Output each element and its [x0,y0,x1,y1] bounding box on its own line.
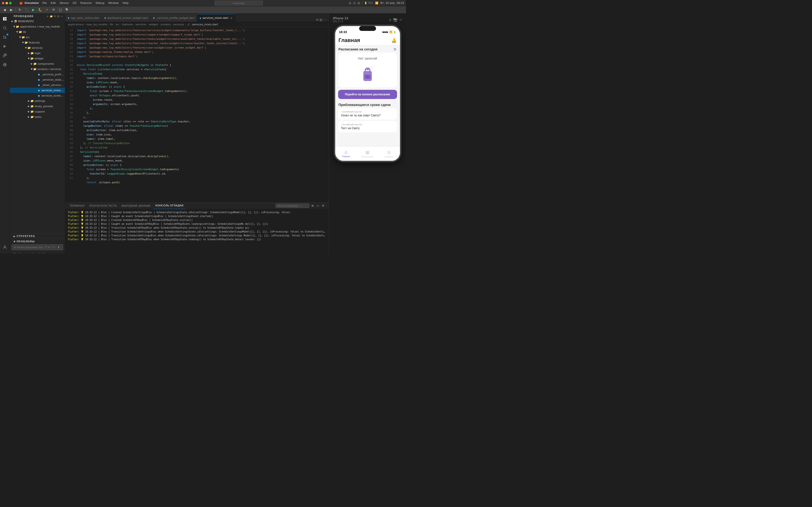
filter-options-icon[interactable]: ⬇ [56,245,61,249]
phone-home-icon[interactable]: ⌂ [389,18,391,21]
pbn-home[interactable]: ⌂ Главная [335,150,357,158]
phone-bell-icon[interactable]: 🔔 [391,38,397,43]
close-button[interactable] [2,2,4,4]
square-button[interactable]: □ [58,7,63,12]
problems-filter-box[interactable]: ⊘ ⬇ [12,244,63,250]
tab-more-icon[interactable]: ⋯ [323,18,327,22]
tab-dashboard[interactable]: ◆ dashboard_screen_widget.dart [102,14,151,22]
tree-services-mixin[interactable]: ◆ services_mixin.dart [10,88,65,93]
terminal-filter-input[interactable] [275,204,309,208]
menu-device[interactable]: Device [60,1,69,5]
bc-services2[interactable]: services [173,23,184,26]
refresh-button[interactable]: ↻ [17,7,22,12]
problems-filter-input[interactable] [17,246,55,249]
tab-output[interactable]: ВЫХОДНЫЕ ДАННЫЕ [119,203,153,209]
new-folder-icon[interactable]: 📁 [50,15,53,18]
activity-settings[interactable] [0,252,9,253]
activity-search[interactable] [0,24,9,32]
tree-logic[interactable]: ▶ 📁 logic [10,50,65,56]
term-list-icon[interactable]: ≡ [310,204,315,208]
tab-history-icon[interactable]: ⟲ [316,18,319,22]
menu-help[interactable]: Help [122,1,129,5]
menu-window[interactable]: Window [108,1,119,5]
tab-debug-console[interactable]: КОНСОЛЬ ОТЛАДКИ [153,203,186,209]
activity-source-control[interactable]: 1 [0,33,9,42]
forward-button[interactable]: ▶ [9,7,14,12]
tree-widget[interactable]: ▼ 📂 widget [10,56,65,61]
phone-rotate-icon[interactable]: ⤾ [399,18,402,21]
tab-nge-topic[interactable]: ◆ nge_topic_status.dart [65,14,102,22]
pbn-schedule[interactable]: ▦ Расписание [357,150,378,158]
activity-accounts[interactable] [0,243,9,251]
bc-widget[interactable]: widget [149,23,158,26]
pbn-services[interactable]: ⊞ Сервисы [378,150,400,158]
tree-src[interactable]: ▼ 📂 src [10,35,65,40]
bc-new-lxp[interactable]: new_lxp_mobile [86,23,108,26]
search2-icon[interactable]: 🔍 [64,7,70,12]
problems-section-header[interactable]: ▼ ПРОБЛЕМЫ [10,239,65,243]
term-close-icon[interactable]: ✕ [321,204,325,208]
code-editor[interactable]: 1718192021 2223242526 2728293031 3233343… [65,27,329,202]
stop-button[interactable]: ⬛ [24,7,29,12]
collapse-icon[interactable]: ⊟ [57,15,59,18]
bc-applications[interactable]: applications [68,23,84,26]
tab-services-profile[interactable]: ◆ _services_profile_widget.dart [151,14,197,22]
activity-explorer[interactable] [0,14,9,23]
tree-applications[interactable]: ▼ 📂 applications / new_lxp_mobile [10,24,65,29]
tab-split-icon[interactable]: ⊞ [319,18,322,22]
tree-services-profile[interactable]: ◆ _services_profile_widget.dart [10,72,65,77]
back-button[interactable]: ◀ [2,7,7,12]
tab-terminal[interactable]: ТЕРМИНАЛ [67,203,87,209]
debug-button[interactable]: 🐛 [38,7,43,12]
lightning-button[interactable]: ⚡ [44,7,50,12]
tree-study-peroids[interactable]: ▶ 📁 study_peroids [10,104,65,109]
tree-services-stats[interactable]: ◆ _services_stats_widget.dart [10,77,65,82]
menu-file[interactable]: File [42,1,47,5]
tree-settings[interactable]: ▶ 📁 settings [10,98,65,104]
menu-features[interactable]: Features [80,1,92,5]
tab-services-mixin[interactable]: ◆ services_mixin.dart × [197,14,236,22]
global-search-input[interactable] [215,1,263,6]
bc-services[interactable]: services [136,23,146,26]
term-minimize-icon[interactable]: — [316,204,320,208]
phone-gear-icon[interactable]: ⚙ [394,47,397,51]
bc-lib[interactable]: lib [110,23,113,26]
structure-section-header[interactable]: ▶ СТРУКТУРА [10,234,65,238]
new-file-icon[interactable]: + [47,15,49,18]
tree-sliver-services[interactable]: ◆ _sliver_services_grid.dart [10,82,65,88]
tree-screens-services[interactable]: ▼ 📂 screens / services [10,66,65,72]
refresh2-button[interactable]: ⟳ [51,7,56,12]
layout-icon-3[interactable]: ⊠ [357,1,360,5]
phone-screenshot-icon[interactable]: 📷 [393,18,397,21]
activity-extensions[interactable] [0,51,9,60]
tree-root[interactable]: ▶ 📦 MONOREPO [10,18,65,24]
more-icon[interactable]: ⋯ [60,15,63,18]
tab-test-results[interactable]: РЕЗУЛЬТАТЫ ТЕСТА [87,203,119,209]
bc-screens[interactable]: screens [160,23,170,26]
layout-icon-2[interactable]: ⊟ [353,1,355,5]
phone-full-schedule-btn[interactable]: Перейти на полное расписание [338,90,397,99]
tree-components[interactable]: ▶ 📁 components [10,61,65,66]
tree-services[interactable]: ▼ 📂 services [10,45,65,50]
tree-services-screen[interactable]: ◆ services_screen_widget.dart [10,93,65,98]
tree-support[interactable]: ▶ 📁 support [10,109,65,114]
menu-edit[interactable]: Edit [51,1,56,5]
sidebar-header: ПРОВОДНИК + 📁 ⟳ ⊟ ⋯ [10,13,65,18]
menu-io[interactable]: I/O [73,1,77,5]
layout-icon-1[interactable]: ⊞ [349,1,351,5]
bc-src[interactable]: src [115,23,119,26]
bc-features[interactable]: features [122,23,133,26]
activity-run[interactable] [0,42,9,51]
tree-features[interactable]: ▼ 📂 features [10,40,65,45]
run-button[interactable]: ▶ [31,7,36,12]
tree-tasks[interactable]: ▶ 📁 tasks [10,114,65,119]
refresh-icon[interactable]: ⟳ [54,15,56,18]
activity-remote[interactable] [0,60,9,69]
tab-close-button[interactable]: × [230,16,233,20]
code-content[interactable]: import 'package:new_lxp_mobile/src/featu… [75,27,329,202]
menu-debug[interactable]: Debug [96,1,104,5]
bc-sep-1: › [84,23,85,26]
tree-lib[interactable]: ▼ 📂 lib [10,29,65,35]
maximize-button[interactable] [9,2,12,4]
minimize-button[interactable] [6,2,8,4]
